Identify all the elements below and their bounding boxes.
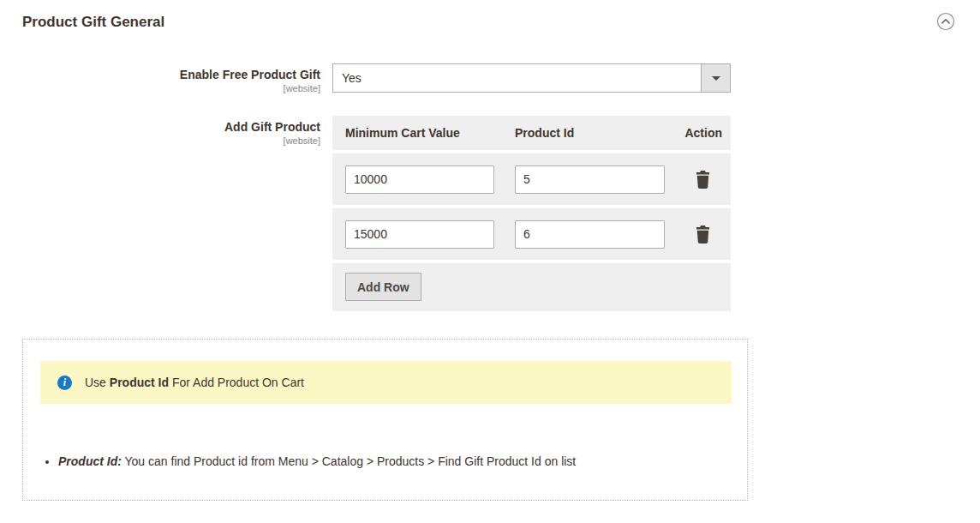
field-add-gift-product: Add Gift Product [website] Minimum Cart …: [22, 116, 955, 311]
select-selected-value: Yes: [333, 64, 701, 92]
trash-icon: [696, 225, 710, 243]
table-header-row: Minimum Cart Value Product Id Action: [332, 116, 731, 150]
chevron-up-circle-icon: [936, 12, 955, 31]
enable-free-product-gift-select[interactable]: Yes: [332, 63, 731, 93]
trash-icon: [696, 171, 710, 189]
info-notice: i Use Product Id For Add Product On Cart: [40, 361, 732, 404]
enable-free-product-gift-label: Enable Free Product Gift: [22, 67, 320, 82]
info-icon: i: [57, 376, 72, 390]
product-id-input[interactable]: [515, 220, 665, 249]
notice-text: Use Product Id For Add Product On Cart: [85, 376, 304, 389]
column-header-product-id: Product Id: [515, 126, 683, 140]
column-header-minimum-cart-value: Minimum Cart Value: [345, 126, 515, 140]
gift-product-table: Minimum Cart Value Product Id Action: [332, 116, 731, 311]
caret-down-icon: [712, 76, 720, 81]
delete-row-button[interactable]: [696, 171, 710, 189]
product-id-input[interactable]: [515, 165, 665, 194]
collapse-section-button[interactable]: [936, 12, 955, 31]
fields-container: Enable Free Product Gift [website] Yes A…: [22, 63, 955, 311]
field-control: Minimum Cart Value Product Id Action: [332, 116, 731, 311]
column-header-action: Action: [683, 126, 722, 140]
section-header: Product Gift General: [22, 13, 955, 32]
notice-text-prefix: Use: [85, 376, 110, 389]
minimum-cart-value-cell: [345, 220, 515, 249]
notice-text-bold: Product Id: [110, 376, 169, 389]
table-row: [332, 153, 731, 205]
field-label-block: Enable Free Product Gift [website]: [22, 63, 320, 94]
notes-box: i Use Product Id For Add Product On Cart…: [22, 339, 748, 501]
info-icon-glyph: i: [63, 377, 66, 388]
delete-row-button[interactable]: [696, 225, 710, 243]
note-label: Product Id:: [58, 454, 122, 468]
table-row: [332, 208, 731, 260]
add-row-button[interactable]: Add Row: [345, 273, 421, 301]
minimum-cart-value-cell: [345, 165, 515, 194]
product-gift-general-section: Product Gift General Enable Free Product…: [0, 0, 980, 501]
section-title: Product Gift General: [22, 13, 164, 32]
scope-label: [website]: [22, 135, 320, 147]
action-cell: [683, 225, 722, 243]
table-footer-row: Add Row: [332, 263, 731, 311]
action-cell: [683, 171, 722, 189]
add-gift-product-label: Add Gift Product: [22, 119, 320, 135]
note-text: You can find Product id from Menu > Cata…: [122, 454, 576, 468]
product-id-cell: [515, 165, 683, 194]
minimum-cart-value-input[interactable]: [345, 220, 494, 249]
scope-label: [website]: [22, 82, 320, 94]
minimum-cart-value-input[interactable]: [345, 165, 494, 194]
select-arrow-button[interactable]: [701, 64, 730, 92]
notice-text-suffix: For Add Product On Cart: [169, 376, 304, 389]
product-id-cell: [515, 220, 683, 249]
notes-list: Product Id: You can find Product id from…: [40, 453, 730, 470]
field-control: Yes: [332, 63, 731, 93]
field-label-block: Add Gift Product [website]: [22, 116, 320, 147]
field-enable-free-product-gift: Enable Free Product Gift [website] Yes: [22, 63, 955, 94]
note-product-id: Product Id: You can find Product id from…: [58, 453, 730, 470]
